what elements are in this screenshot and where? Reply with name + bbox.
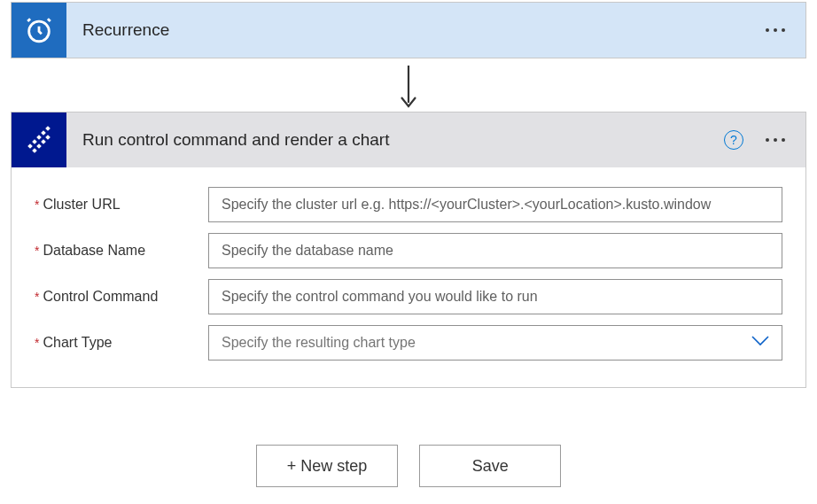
recurrence-card: Recurrence: [11, 2, 806, 58]
more-icon[interactable]: [758, 12, 793, 48]
recurrence-icon: [12, 3, 66, 58]
label-control-command: * Control Command: [35, 289, 208, 305]
new-step-button[interactable]: + New step: [256, 445, 399, 487]
label-chart-type: * Chart Type: [35, 335, 208, 351]
recurrence-title: Recurrence: [66, 20, 758, 40]
label-text: Cluster URL: [43, 197, 120, 213]
arrow-connector: [0, 58, 817, 112]
required-icon: *: [35, 244, 39, 258]
svg-point-3: [782, 28, 785, 32]
action-header[interactable]: Run control command and render a chart ?: [12, 112, 805, 167]
action-title: Run control command and render a chart: [66, 130, 724, 150]
svg-rect-11: [45, 135, 51, 140]
svg-rect-10: [41, 139, 46, 144]
help-icon-label: ?: [730, 133, 737, 147]
recurrence-header[interactable]: Recurrence: [12, 3, 805, 58]
required-icon: *: [35, 336, 39, 350]
field-database-name: * Database Name: [35, 233, 782, 268]
save-button[interactable]: Save: [419, 445, 561, 487]
input-database-name[interactable]: [208, 233, 782, 268]
svg-rect-5: [27, 143, 33, 149]
arrow-down-icon: [398, 64, 419, 110]
label-text: Control Command: [43, 289, 158, 305]
kusto-icon: [12, 112, 66, 167]
svg-rect-7: [36, 135, 42, 140]
action-card: Run control command and render a chart ?…: [11, 112, 806, 388]
button-row: + New step Save: [0, 445, 817, 487]
select-chart-type[interactable]: [208, 325, 782, 361]
required-icon: *: [35, 290, 39, 304]
svg-point-16: [782, 138, 785, 142]
field-chart-type: * Chart Type: [35, 325, 782, 361]
help-icon[interactable]: ?: [724, 130, 743, 150]
svg-rect-6: [32, 139, 37, 144]
svg-rect-13: [45, 126, 51, 131]
required-icon: *: [35, 198, 39, 212]
field-cluster-url: * Cluster URL: [35, 187, 782, 222]
input-control-command[interactable]: [208, 279, 782, 314]
svg-point-14: [766, 138, 769, 142]
svg-rect-12: [41, 130, 46, 136]
input-cluster-url[interactable]: [208, 187, 782, 222]
svg-point-15: [774, 138, 777, 142]
label-database-name: * Database Name: [35, 243, 208, 259]
label-text: Database Name: [43, 243, 145, 259]
svg-point-2: [774, 28, 777, 32]
svg-rect-8: [32, 148, 37, 153]
label-cluster-url: * Cluster URL: [35, 197, 208, 213]
field-control-command: * Control Command: [35, 279, 782, 314]
more-icon[interactable]: [758, 122, 793, 158]
svg-point-1: [766, 28, 769, 32]
label-text: Chart Type: [43, 335, 112, 351]
form-area: * Cluster URL * Database Name * Control …: [12, 167, 805, 387]
svg-rect-9: [36, 143, 42, 149]
